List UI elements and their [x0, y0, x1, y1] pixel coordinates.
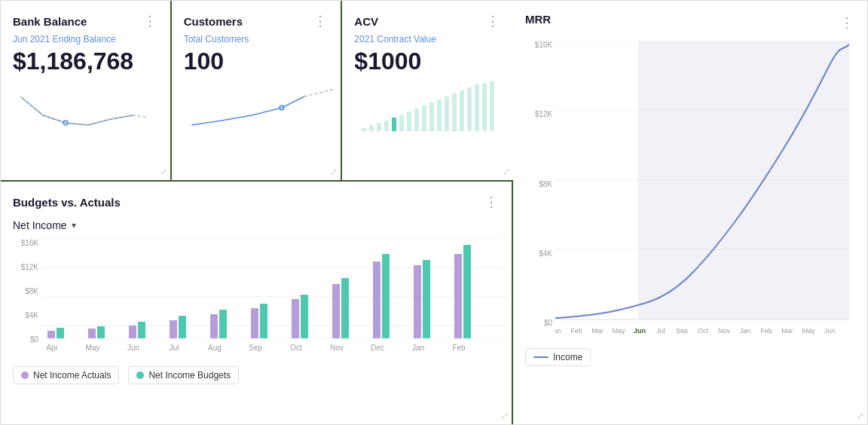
acv-chart: [354, 81, 501, 142]
x-label-aug: Aug: [208, 344, 222, 352]
mrr-x-sep: Sep: [676, 327, 688, 335]
x-label-jul: Jul: [170, 344, 179, 352]
bar-aug-budgets: [219, 310, 227, 338]
mrr-y-8k: $8K: [539, 180, 552, 188]
y-label-12k: $12K: [21, 263, 38, 271]
x-label-nov: Nov: [330, 344, 344, 352]
customers-card: Customers ⋮ Total Customers 100 ⤢: [172, 1, 343, 180]
acv-bar-13: [452, 93, 457, 131]
customers-menu[interactable]: ⋮: [313, 13, 329, 29]
acv-bar-14: [460, 90, 464, 131]
acv-svg: [354, 81, 505, 134]
mrr-legend-income: Income: [525, 348, 591, 366]
mrr-x-jan2: Jan: [740, 327, 751, 335]
mrr-x-jul: Jul: [656, 327, 665, 335]
budgets-dot: [136, 371, 144, 379]
mrr-chart-area: $16K $12K $8K $4K $0 Jan Feb Ma: [525, 41, 855, 342]
mrr-y-16k: $16K: [535, 41, 552, 49]
bank-line-dashed: [20, 96, 148, 125]
bank-balance-value: $1,186,768: [13, 47, 158, 75]
mrr-x-feb1: Feb: [570, 327, 582, 335]
x-label-may: May: [86, 344, 100, 352]
mrr-menu[interactable]: ⋮: [840, 14, 855, 31]
top-row: Bank Balance ⋮ Jun 2021 Ending Balance $…: [1, 1, 513, 182]
bank-balance-card: Bank Balance ⋮ Jun 2021 Ending Balance $…: [1, 1, 172, 180]
mrr-x-jan1: Jan: [555, 327, 561, 335]
bar-may-actuals: [88, 329, 96, 338]
bar-jan-actuals: [414, 265, 421, 338]
legend-budgets: Net Income Budgets: [128, 366, 239, 384]
mrr-panel: MRR ⋮ $16K $12K $8K $4K $0: [513, 1, 867, 424]
acv-header: ACV ⋮: [354, 13, 501, 29]
x-label-sep: Sep: [249, 344, 262, 352]
bar-dec-actuals: [373, 261, 381, 338]
mrr-x-jun1: Jun: [634, 327, 646, 335]
acv-value: $1000: [354, 47, 501, 75]
mrr-y-12k: $12K: [535, 110, 552, 118]
net-income-dropdown[interactable]: Net Income ▾: [13, 219, 500, 231]
bank-balance-title: Bank Balance: [13, 15, 87, 28]
mrr-svg: Jan Feb Mar May Jun Jul Sep Oct Nov Jan …: [555, 41, 849, 342]
budgets-legend: Net Income Actuals Net Income Budgets: [13, 366, 500, 384]
bar-jan-budgets: [423, 260, 430, 338]
acv-card: ACV ⋮ 2021 Contract Value $1000: [342, 1, 513, 180]
mrr-header: MRR ⋮: [525, 13, 855, 32]
net-income-label: Net Income: [13, 219, 67, 231]
actuals-dot: [21, 371, 29, 379]
acv-menu[interactable]: ⋮: [486, 13, 501, 29]
bar-jul-actuals: [170, 320, 177, 338]
x-label-oct: Oct: [290, 344, 302, 352]
budgets-panel: Budgets vs. Actuals ⋮ Net Income ▾ $16K …: [1, 182, 513, 424]
acv-bar-2: [369, 125, 374, 131]
mrr-x-mar1: Mar: [591, 327, 604, 335]
acv-bar-17: [482, 83, 487, 131]
bank-balance-menu[interactable]: ⋮: [143, 13, 158, 29]
y-label-16k: $16K: [21, 239, 38, 247]
acv-bar-18: [490, 81, 494, 131]
mrr-y-4k: $4K: [539, 249, 552, 258]
budgets-label: Net Income Budgets: [148, 370, 231, 381]
bar-may-budgets: [97, 326, 105, 338]
bar-oct-budgets: [301, 295, 308, 338]
customers-line-solid: [191, 96, 304, 125]
card-header: Bank Balance ⋮: [13, 13, 158, 29]
bank-balance-chart: [13, 81, 158, 142]
acv-bar-10: [429, 102, 434, 131]
x-label-feb: Feb: [452, 344, 466, 352]
bar-jul-budgets: [179, 316, 186, 338]
income-line: [533, 356, 549, 358]
budgets-chart-wrapper: $16K $12K $8K $4K $0: [41, 239, 500, 359]
mrr-y-axis: $16K $12K $8K $4K $0: [525, 41, 552, 327]
customers-value: 100: [184, 47, 329, 75]
income-label: Income: [553, 352, 582, 362]
acv-bar-9: [422, 105, 426, 131]
customers-svg: [184, 81, 335, 134]
acv-bar-1: [362, 128, 366, 131]
y-label-0: $0: [30, 335, 38, 344]
mrr-title: MRR: [525, 13, 551, 26]
mrr-x-may1: May: [612, 327, 625, 335]
budgets-panel-header: Budgets vs. Actuals ⋮: [13, 194, 500, 210]
mrr-resize-icon: ⤢: [857, 411, 864, 421]
legend-actuals: Net Income Actuals: [13, 366, 119, 384]
bar-dec-budgets: [382, 254, 390, 338]
mrr-x-mar2: Mar: [781, 327, 793, 335]
acv-title: ACV: [354, 15, 378, 28]
bar-jun-actuals: [129, 326, 136, 338]
x-label-apr: Apr: [46, 344, 58, 352]
bar-oct-actuals: [292, 299, 299, 338]
bar-nov-budgets: [341, 278, 349, 338]
acv-bar-8: [414, 109, 419, 131]
bank-balance-svg: [13, 81, 148, 134]
bar-sep-budgets: [260, 304, 267, 338]
acv-subtitle: 2021 Contract Value: [354, 34, 501, 44]
acv-bar-16: [475, 84, 479, 131]
acv-bar-3: [377, 123, 381, 131]
budgets-menu[interactable]: ⋮: [484, 194, 500, 210]
dashboard: Bank Balance ⋮ Jun 2021 Ending Balance $…: [0, 0, 868, 425]
budgets-y-axis: $16K $12K $8K $4K $0: [13, 239, 38, 344]
x-label-dec: Dec: [371, 344, 384, 352]
actuals-label: Net Income Actuals: [33, 370, 111, 381]
customers-title: Customers: [184, 15, 243, 28]
mrr-legend: Income: [525, 348, 855, 366]
